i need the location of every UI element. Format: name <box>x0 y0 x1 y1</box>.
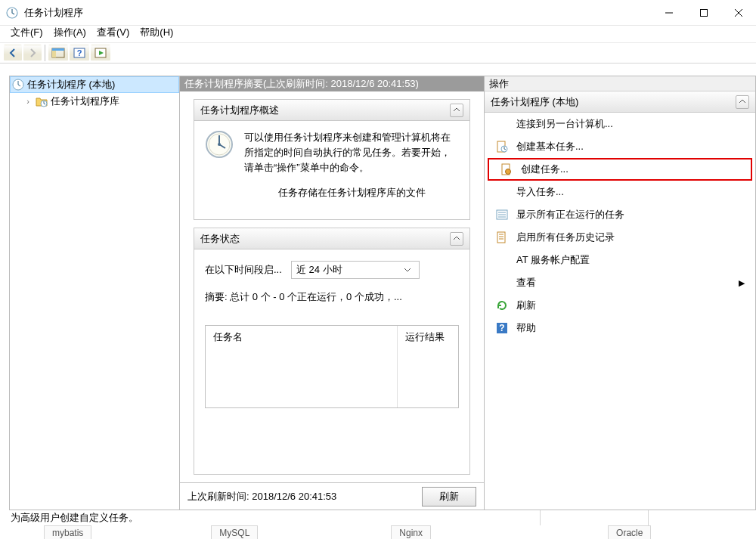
large-clock-icon <box>205 130 234 159</box>
collapse-icon[interactable] <box>450 104 463 117</box>
blank-icon <box>495 276 509 290</box>
action-connect-computer[interactable]: 连接到另一台计算机... <box>485 113 755 135</box>
center-pane: 任务计划程序摘要(上次刷新时间: 2018/12/6 20:41:53) 任务计… <box>180 76 485 510</box>
title-bar: 任务计划程序 <box>0 0 756 26</box>
actions-group-head[interactable]: 任务计划程序 (本地) <box>485 91 755 113</box>
action-help[interactable]: ? 帮助 <box>485 317 755 339</box>
tree-root[interactable]: 任务计划程序 (本地) <box>10 76 179 93</box>
menu-view[interactable]: 查看(V) <box>97 26 129 39</box>
menu-action[interactable]: 操作(A) <box>54 26 86 39</box>
action-label: 连接到另一台计算机... <box>516 117 613 131</box>
action-label: 显示所有正在运行的任务 <box>516 208 624 221</box>
action-label: 创建基本任务... <box>516 140 584 153</box>
actions-pane-title: 操作 <box>485 76 755 91</box>
status-header[interactable]: 任务状态 <box>194 228 469 249</box>
maximize-button[interactable] <box>686 1 721 24</box>
toolbar-pane-button[interactable] <box>48 45 68 61</box>
expand-icon[interactable]: › <box>23 97 33 106</box>
svg-text:?: ? <box>499 323 504 333</box>
action-import-task[interactable]: 导入任务... <box>485 181 755 203</box>
close-button[interactable] <box>721 1 756 24</box>
back-button[interactable] <box>4 45 22 61</box>
background-tabs: mybatis MySQL Nginx Oracle <box>0 525 756 539</box>
action-label: 导入任务... <box>516 185 564 199</box>
blank-icon <box>495 117 509 131</box>
window-title: 任务计划程序 <box>24 6 83 20</box>
action-view-submenu[interactable]: 查看 ▶ <box>485 271 755 294</box>
center-footer: 上次刷新时间: 2018/12/6 20:41:53 刷新 <box>180 482 484 510</box>
help-icon: ? <box>495 321 509 335</box>
actions-group-title: 任务计划程序 (本地) <box>491 95 578 109</box>
overview-title: 任务计划程序概述 <box>200 104 279 117</box>
col-run-result[interactable]: 运行结果 <box>398 326 458 407</box>
folder-clock-icon <box>36 95 48 107</box>
status-range-dropdown[interactable]: 近 24 小时 <box>291 261 420 279</box>
doc-gear-icon <box>500 163 513 176</box>
refresh-icon <box>495 299 509 312</box>
action-label: 创建任务... <box>521 163 569 176</box>
tree-child-label: 任务计划程序库 <box>51 94 119 108</box>
toolbar-run-button[interactable] <box>91 45 110 61</box>
collapse-icon[interactable] <box>736 95 749 109</box>
action-label: 查看 <box>516 276 536 290</box>
status-title: 任务状态 <box>200 232 240 246</box>
action-create-basic-task[interactable]: 创建基本任务... <box>485 135 755 158</box>
svg-rect-18 <box>497 232 505 243</box>
task-list: 任务名 运行结果 <box>205 325 459 408</box>
doc-enable-icon <box>495 231 509 244</box>
chevron-right-icon: ▶ <box>739 278 745 288</box>
toolbar-help-button[interactable]: ? <box>70 45 89 61</box>
overview-section: 任务计划程序概述 可以使用任务计划程序来创建和管理计算机将在所指定的时间自动执行… <box>194 99 470 220</box>
action-show-running-tasks[interactable]: 显示所有正在运行的任务 <box>485 203 755 226</box>
action-enable-history[interactable]: 启用所有任务历史记录 <box>485 226 755 249</box>
action-at-service-account[interactable]: AT 服务帐户配置 <box>485 249 755 271</box>
action-label: 刷新 <box>516 299 536 312</box>
action-label: 启用所有任务历史记录 <box>516 231 615 244</box>
dropdown-value: 近 24 小时 <box>296 263 342 277</box>
status-section: 任务状态 在以下时间段启... 近 24 小时 摘要: 总计 0 个 - 0 个… <box>194 228 470 475</box>
overview-header[interactable]: 任务计划程序概述 <box>194 100 469 121</box>
col-task-name[interactable]: 任务名 <box>206 326 398 407</box>
svg-rect-1 <box>701 9 708 16</box>
workspace: 任务计划程序 (本地) › 任务计划程序库 任务计划程序摘要(上次刷新时间: 2… <box>9 76 756 510</box>
app-clock-icon <box>6 7 18 19</box>
menu-file[interactable]: 文件(F) <box>11 26 43 39</box>
tree-child[interactable]: › 任务计划程序库 <box>10 93 179 110</box>
menu-bar: 文件(F) 操作(A) 查看(V) 帮助(H) <box>0 26 756 42</box>
clock-icon <box>12 79 24 91</box>
blank-icon <box>495 253 509 267</box>
forward-button[interactable] <box>23 45 42 61</box>
svg-text:?: ? <box>77 48 82 57</box>
bg-tab[interactable]: MySQL <box>211 525 258 539</box>
action-label: 帮助 <box>516 321 536 335</box>
status-range-label: 在以下时间段启... <box>205 263 282 277</box>
action-create-task[interactable]: 创建任务... <box>488 158 752 181</box>
status-bar: 为高级用户创建自定义任务。 <box>9 510 756 525</box>
overview-tail: 任务存储在任务计划程序库的文件 <box>244 186 459 200</box>
blank-icon <box>495 185 509 199</box>
svg-point-12 <box>218 143 221 146</box>
chevron-down-icon <box>401 268 414 272</box>
toolbar: ? <box>0 42 756 64</box>
svg-point-16 <box>506 169 511 175</box>
center-header: 任务计划程序摘要(上次刷新时间: 2018/12/6 20:41:53) <box>180 76 484 91</box>
minimize-button[interactable] <box>652 1 686 24</box>
actions-pane: 操作 任务计划程序 (本地) 连接到另一台计算机... 创建基本任务... 创建… <box>485 76 755 510</box>
svg-rect-4 <box>52 51 56 57</box>
svg-rect-3 <box>52 48 64 51</box>
status-summary: 摘要: 总计 0 个 - 0 个正在运行，0 个成功，... <box>205 290 459 304</box>
refresh-button[interactable]: 刷新 <box>422 487 476 506</box>
status-bar-text: 为高级用户创建自定义任务。 <box>11 511 138 525</box>
action-label: AT 服务帐户配置 <box>516 253 590 267</box>
overview-text: 可以使用任务计划程序来创建和管理计算机将在所指定的时间自动执行的常见任务。若要开… <box>244 130 459 175</box>
bg-tab[interactable]: mybatis <box>44 525 91 539</box>
last-refresh-label: 上次刷新时间: 2018/12/6 20:41:53 <box>187 490 336 503</box>
bg-tab[interactable]: Nginx <box>391 525 431 539</box>
bg-tab[interactable]: Oracle <box>608 525 651 539</box>
collapse-icon[interactable] <box>450 232 463 246</box>
list-icon <box>495 208 509 221</box>
tree-root-label: 任务计划程序 (本地) <box>27 78 115 91</box>
doc-clock-icon <box>495 140 509 153</box>
menu-help[interactable]: 帮助(H) <box>140 26 173 39</box>
action-refresh[interactable]: 刷新 <box>485 294 755 317</box>
